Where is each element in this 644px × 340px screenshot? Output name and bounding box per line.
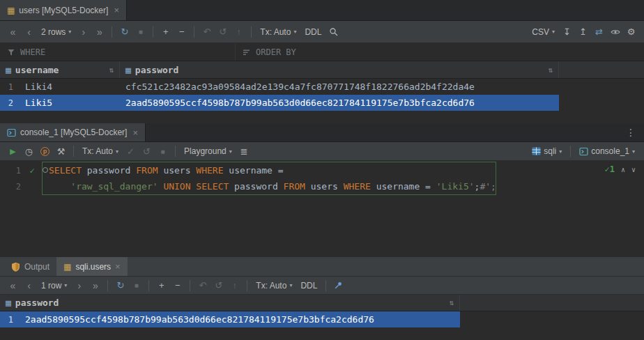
- refresh-button[interactable]: ↻: [113, 278, 128, 293]
- refresh-button[interactable]: ↻: [117, 24, 132, 39]
- add-row-button[interactable]: +: [158, 24, 173, 39]
- stop-button[interactable]: ■: [155, 144, 170, 159]
- code-token: 'Liki5': [436, 181, 475, 192]
- first-page-button[interactable]: «: [6, 278, 20, 293]
- table-row-selected[interactable]: 2 Liki5 2aad5890595ccf4598b787b99ab563d0…: [0, 95, 644, 111]
- revert-button[interactable]: ↶: [199, 24, 214, 39]
- last-page-button[interactable]: »: [92, 24, 107, 39]
- redo-button[interactable]: ↺: [211, 278, 226, 293]
- rollback-button[interactable]: ↺: [139, 144, 154, 159]
- import-upload-button[interactable]: ↥: [576, 24, 590, 39]
- export-format-dropdown[interactable]: CSV ▾: [528, 24, 558, 39]
- chevron-down-icon: ▾: [229, 148, 232, 155]
- more-options-icon[interactable]: ⋮: [623, 127, 638, 138]
- stop-button[interactable]: ■: [129, 278, 144, 293]
- export-download-button[interactable]: ↧: [560, 24, 574, 39]
- table-row[interactable]: 1 Liki4 cfc521c23482ac93a09584ad2e139c4a…: [0, 79, 644, 95]
- tabbar-right: ⋮: [623, 123, 644, 141]
- code-line[interactable]: 1 ✓ SELECT password FROM users WHERE use…: [0, 162, 644, 178]
- tab-label: sqli.users: [75, 262, 111, 272]
- compare-button[interactable]: ⇄: [592, 24, 606, 39]
- page-size-dropdown[interactable]: 1 row ▾: [38, 278, 70, 293]
- session-dropdown[interactable]: console_1 ▾: [576, 144, 638, 159]
- first-page-button[interactable]: «: [6, 24, 20, 39]
- column-header-password[interactable]: ▦ password ⇅: [0, 295, 460, 311]
- previous-page-button[interactable]: ‹: [22, 24, 36, 39]
- cell-password[interactable]: cfc521c23482ac93a09584ad2e139c4a7fc87077…: [120, 82, 559, 92]
- sort-toggle-icon[interactable]: ⇅: [109, 65, 114, 75]
- parameters-button[interactable]: p: [38, 144, 52, 159]
- search-button[interactable]: [326, 24, 341, 39]
- stop-button[interactable]: ■: [133, 24, 148, 39]
- cell-password[interactable]: 2aad5890595ccf4598b787b99ab563d0d66ec821…: [120, 98, 559, 108]
- run-button[interactable]: ▶: [6, 144, 20, 159]
- close-tab-icon[interactable]: ×: [132, 128, 138, 138]
- sort-lines-icon: [243, 48, 251, 56]
- delete-row-button[interactable]: −: [174, 24, 189, 39]
- column-name: password: [135, 65, 179, 75]
- output-layout-button[interactable]: ≣: [237, 144, 252, 159]
- sort-toggle-icon[interactable]: ⇅: [449, 298, 454, 307]
- column-header-username[interactable]: ▦ username ⇅: [0, 61, 120, 78]
- history-button[interactable]: ◷: [22, 144, 36, 159]
- tx-mode-dropdown[interactable]: Tx: Auto ▾: [79, 144, 122, 159]
- commit-button[interactable]: ✓: [123, 144, 138, 159]
- playground-dropdown[interactable]: Playground ▾: [181, 144, 236, 159]
- page-size-dropdown[interactable]: 2 rows ▾: [38, 24, 75, 39]
- divider: [194, 26, 194, 38]
- last-page-button[interactable]: »: [88, 278, 102, 293]
- cell-username[interactable]: Liki4: [20, 82, 120, 92]
- tab-label: console_1 [MySQL5-Docker]: [20, 128, 127, 137]
- revert-button[interactable]: ↶: [195, 278, 210, 293]
- column-header-password[interactable]: ▦ password ⇅: [120, 61, 559, 78]
- previous-result-icon[interactable]: ∧: [621, 166, 625, 173]
- editor-result-controls: ✓1 ∧ ∨: [604, 164, 636, 174]
- cell-password[interactable]: 2aad5890595ccf4598b787b99ab563d0d66ec821…: [20, 314, 460, 325]
- statement-marker-icon[interactable]: [43, 167, 48, 173]
- redo-button[interactable]: ↺: [215, 24, 230, 39]
- sql-editor[interactable]: 1 ✓ SELECT password FROM users WHERE use…: [0, 161, 644, 257]
- tx-mode-dropdown[interactable]: Tx: Auto ▾: [252, 278, 296, 293]
- tab-console[interactable]: console_1 [MySQL5-Docker] ×: [0, 123, 146, 141]
- tab-users-table[interactable]: ▦ users [MySQL5-Docker] ×: [0, 0, 127, 20]
- where-filter-field[interactable]: WHERE: [0, 43, 236, 61]
- cell-username[interactable]: Liki5: [20, 98, 120, 108]
- close-tab-icon[interactable]: ×: [114, 5, 119, 15]
- next-result-icon[interactable]: ∨: [631, 166, 636, 173]
- export-format-label: CSV: [532, 27, 549, 37]
- order-by-label: ORDER BY: [256, 47, 296, 57]
- divider: [175, 146, 176, 157]
- code-text: 'raw_sql_danger' UNION SELECT password F…: [40, 181, 496, 192]
- add-row-button[interactable]: +: [154, 278, 169, 293]
- close-tab-icon[interactable]: ×: [115, 261, 121, 272]
- code-token: 'raw_sql_danger': [70, 181, 158, 192]
- ddl-button[interactable]: DDL: [297, 278, 321, 293]
- chevron-down-icon: ▾: [293, 29, 296, 35]
- next-page-button[interactable]: ›: [76, 24, 91, 39]
- parameters-icon: p: [40, 147, 49, 156]
- code-token: users: [158, 165, 197, 176]
- shield-icon: [11, 262, 20, 272]
- submit-button[interactable]: ↑: [231, 24, 246, 39]
- schema-dropdown[interactable]: sqli ▾: [528, 144, 565, 159]
- code-token: SELECT: [49, 165, 82, 176]
- code-line[interactable]: 2 'raw_sql_danger' UNION SELECT password…: [0, 178, 644, 194]
- view-options-button[interactable]: [608, 24, 622, 39]
- sort-toggle-icon[interactable]: ⇅: [548, 65, 553, 75]
- next-page-button[interactable]: ›: [72, 278, 86, 293]
- tab-result-grid[interactable]: ▦ sqli.users ×: [56, 257, 128, 276]
- previous-page-button[interactable]: ‹: [22, 278, 36, 293]
- submit-button[interactable]: ↑: [227, 278, 242, 293]
- order-by-filter-field[interactable]: ORDER BY: [236, 43, 303, 61]
- divider: [73, 146, 74, 157]
- pin-tab-button[interactable]: [331, 278, 346, 293]
- settings-button[interactable]: ⚙: [624, 24, 638, 39]
- settings-wrench-button[interactable]: ⚒: [54, 144, 68, 159]
- ddl-button[interactable]: DDL: [301, 24, 325, 39]
- tx-mode-dropdown[interactable]: Tx: Auto ▾: [256, 24, 300, 39]
- chevron-down-icon: ▾: [552, 29, 555, 35]
- tab-output[interactable]: Output: [4, 257, 56, 276]
- divider: [153, 26, 153, 38]
- table-row-selected[interactable]: 1 2aad5890595ccf4598b787b99ab563d0d66ec8…: [0, 311, 644, 327]
- delete-row-button[interactable]: −: [170, 278, 185, 293]
